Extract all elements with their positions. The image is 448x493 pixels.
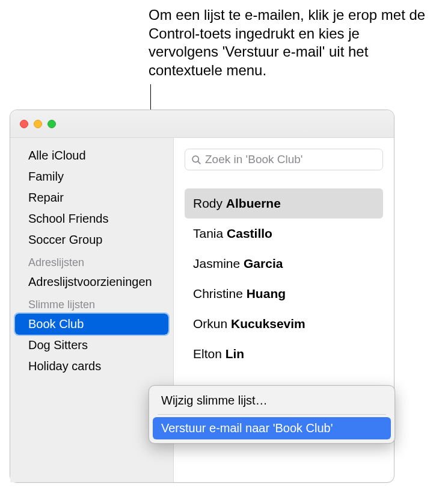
search-icon [191,155,201,165]
contact-row[interactable]: Elton Lin [185,339,383,369]
context-menu-item[interactable]: Wijzig slimme lijst… [153,389,391,412]
sidebar-item[interactable]: School Friends [10,208,173,229]
contact-row[interactable]: Jasmine Garcia [185,249,383,279]
window-titlebar [10,110,394,138]
contact-row[interactable]: Rody Albuerne [185,188,383,219]
window-close-button[interactable] [20,120,28,128]
callout-text: Om een lijst te e-mailen, klik je erop m… [149,6,431,80]
contact-row[interactable]: Christine Huang [185,279,383,309]
sidebar-item[interactable]: Repair [10,187,173,208]
svg-line-1 [198,161,200,164]
sidebar-item[interactable]: Book Club [15,314,168,335]
context-menu-item[interactable]: Verstuur e-mail naar 'Book Club' [153,417,391,439]
menu-divider [158,414,386,415]
contacts-list: Rody AlbuerneTania CastilloJasmine Garci… [185,188,383,369]
sidebar-item[interactable]: Dog Sitters [10,335,173,356]
context-menu: Wijzig slimme lijst…Verstuur e-mail naar… [149,385,395,444]
search-placeholder: Zoek in 'Book Club' [205,153,303,166]
sidebar-item[interactable]: Soccer Group [10,229,173,250]
sidebar-section-header: Slimme lijsten [10,293,173,314]
sidebar-item[interactable]: Holiday cards [10,356,173,377]
svg-point-0 [192,156,198,162]
window-minimize-button[interactable] [34,120,42,128]
contact-row[interactable]: Orkun Kucuksevim [185,309,383,339]
sidebar-item[interactable]: Family [10,166,173,187]
window-maximize-button[interactable] [48,120,56,128]
contact-row[interactable]: Tania Castillo [185,219,383,249]
sidebar-section-header: Adreslijsten [10,250,173,271]
sidebar-item[interactable]: Adreslijstvoorzieningen [10,271,173,293]
search-input[interactable]: Zoek in 'Book Club' [185,149,383,170]
sidebar-item[interactable]: Alle iCloud [10,145,173,166]
